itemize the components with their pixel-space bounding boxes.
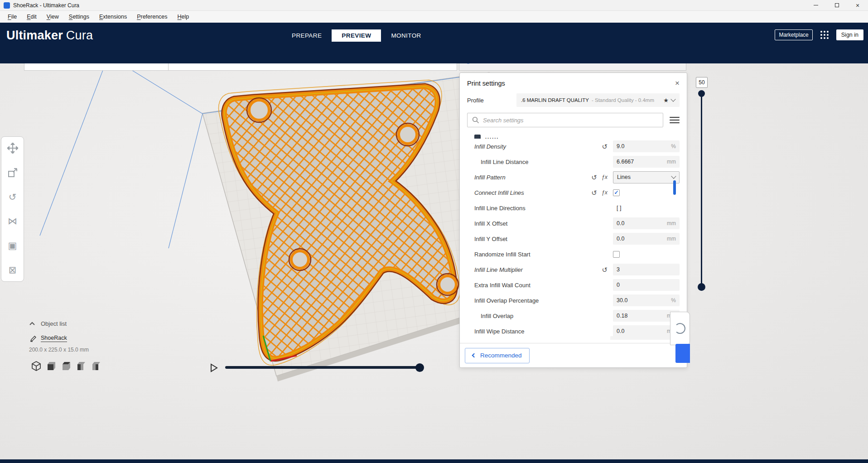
setting-value-field[interactable]: 0.0mm (613, 233, 680, 245)
setting-row: Infill Y Offset ↺ ƒx 0.0mm (467, 231, 680, 246)
view-3d-icon[interactable] (31, 361, 42, 371)
tab-monitor[interactable]: MONITOR (381, 29, 431, 42)
layer-slider-top-handle[interactable] (698, 90, 705, 97)
scale-icon (8, 168, 18, 178)
setting-value-field[interactable]: 0 (613, 279, 680, 291)
per-model-settings-button[interactable]: ▣ (7, 240, 19, 251)
simulation-play-button[interactable] (209, 363, 218, 375)
support-blocker-button[interactable]: ⊠ (7, 264, 19, 276)
bottom-strip (0, 459, 868, 463)
recommended-mode-button[interactable]: Recommended (465, 348, 530, 363)
profile-label: Profile (467, 97, 484, 104)
setting-row: Infill Overlap Percentage ↺ ƒx 30.0% (467, 293, 680, 308)
panel-title: Print settings (467, 80, 505, 87)
close-button[interactable]: × (847, 0, 868, 10)
formula-icon[interactable]: ƒx (602, 189, 608, 196)
collapse-chevron-icon[interactable] (29, 322, 35, 326)
profile-name: .6 MARLIN DRAFT QUALITY (521, 97, 589, 103)
minimize-button[interactable] (805, 0, 826, 10)
setting-value-field[interactable]: 9.0% (613, 140, 680, 152)
object-list-title[interactable]: Object list (41, 320, 67, 327)
setting-row: Infill X Offset ↺ ƒx 0.0mm (467, 216, 680, 231)
move-tool-button[interactable] (7, 142, 19, 154)
rotate-tool-button[interactable]: ↺ (7, 191, 19, 203)
menu-edit[interactable]: Edit (22, 11, 42, 23)
tab-prepare[interactable]: PREPARE (282, 29, 332, 42)
setting-value-text[interactable]: [ ] (613, 205, 621, 211)
setting-label: Randomize Infill Start (474, 251, 530, 258)
layer-slider-bottom-handle[interactable] (698, 283, 705, 291)
window-title: ShoeRack - Ultimaker Cura (13, 2, 79, 9)
view-front-icon[interactable] (46, 361, 57, 371)
menu-preferences[interactable]: Preferences (132, 11, 172, 23)
setting-value-field[interactable]: 30.0% (613, 294, 680, 306)
revert-icon[interactable]: ↺ (591, 189, 597, 196)
view-left-icon[interactable] (76, 361, 87, 371)
move-icon (7, 143, 18, 154)
titlebar: ShoeRack - Ultimaker Cura × (0, 0, 868, 11)
recommended-label: Recommended (480, 352, 522, 359)
marketplace-button[interactable]: Marketplace (775, 29, 812, 40)
favorite-star-icon[interactable]: ★ (663, 97, 669, 104)
setting-value-field[interactable]: 6.6667mm (613, 156, 680, 168)
tab-preview[interactable]: PREVIEW (332, 29, 381, 42)
menu-settings[interactable]: Settings (64, 11, 94, 23)
settings-scrollbar-thumb[interactable] (673, 180, 676, 195)
revert-icon[interactable]: ↺ (591, 174, 597, 181)
revert-icon[interactable]: ↺ (602, 266, 608, 273)
setting-checkbox[interactable]: ✓ (613, 189, 620, 196)
setting-label: Extra Infill Wall Count (474, 282, 530, 289)
setting-row: Infill Line Multiplier ↺ ƒx 3 (467, 262, 680, 277)
revert-icon[interactable]: ↺ (602, 143, 608, 150)
clipped-row-text: ...... (485, 135, 499, 139)
chevron-down-icon (670, 96, 675, 101)
view-right-icon[interactable] (91, 361, 101, 371)
scale-tool-button[interactable] (7, 167, 19, 178)
settings-search-box[interactable] (467, 113, 663, 127)
setting-label: Infill Line Directions (474, 205, 526, 212)
profile-dropdown[interactable]: .6 MARLIN DRAFT QUALITY - Standard Quali… (516, 93, 680, 107)
view-top-icon[interactable] (61, 361, 72, 371)
setting-value-field[interactable]: 0.18mm (613, 310, 680, 322)
app-grid-icon[interactable] (819, 29, 830, 40)
app-logo: UltimakerCura (6, 29, 93, 43)
setting-value-field[interactable]: 0.0mm (613, 217, 680, 229)
menu-extensions[interactable]: Extensions (94, 11, 132, 23)
settings-menu-icon[interactable] (670, 117, 680, 124)
setting-value-field[interactable]: 3 (613, 264, 680, 275)
object-list-item[interactable]: ShoeRack (30, 335, 67, 342)
layer-slider-track[interactable] (701, 92, 702, 287)
setting-select[interactable]: Lines (613, 171, 680, 183)
panel-close-button[interactable]: × (675, 79, 680, 87)
maximize-button[interactable] (826, 0, 847, 10)
setting-checkbox[interactable]: ✓ (613, 251, 620, 258)
layer-number-field[interactable]: 50 (696, 77, 708, 88)
mirror-icon: ⋈ (8, 216, 17, 227)
refresh-icon (675, 323, 685, 334)
setting-row: Connect Infill Lines ↺ ƒx ✓ (467, 185, 680, 200)
setting-value-field[interactable]: 0.0mm (613, 325, 680, 337)
setting-row: Infill Density ↺ ƒx 9.0% (467, 139, 680, 154)
setting-row: Infill Line Distance ↺ ƒx 6.6667mm (467, 154, 680, 169)
simulation-slider-track[interactable] (225, 366, 424, 369)
setting-label: Connect Infill Lines (474, 189, 524, 196)
setting-label: Infill Y Offset (474, 236, 507, 242)
check-icon: ✓ (614, 190, 618, 195)
setting-label: Infill X Offset (474, 220, 507, 227)
simulation-slider-handle[interactable] (415, 363, 424, 372)
formula-icon[interactable]: ƒx (602, 174, 608, 180)
chevron-left-icon (472, 353, 477, 358)
object-name[interactable]: ShoeRack (41, 335, 67, 342)
app-icon (4, 2, 10, 9)
tool-column: ↺ ⋈ ▣ ⊠ (1, 136, 24, 282)
sign-in-button[interactable]: Sign in (836, 29, 863, 40)
setting-label: Infill Pattern (474, 174, 506, 181)
mirror-tool-button[interactable]: ⋈ (7, 215, 19, 227)
print-info-card (670, 312, 690, 345)
action-button-sliver[interactable] (675, 344, 690, 363)
menu-view[interactable]: View (42, 11, 64, 23)
menu-help[interactable]: Help (173, 11, 194, 23)
settings-search-input[interactable] (483, 117, 658, 124)
setting-row: Infill Pattern ↺ ƒx Lines (467, 169, 680, 185)
menu-file[interactable]: File (3, 11, 22, 23)
